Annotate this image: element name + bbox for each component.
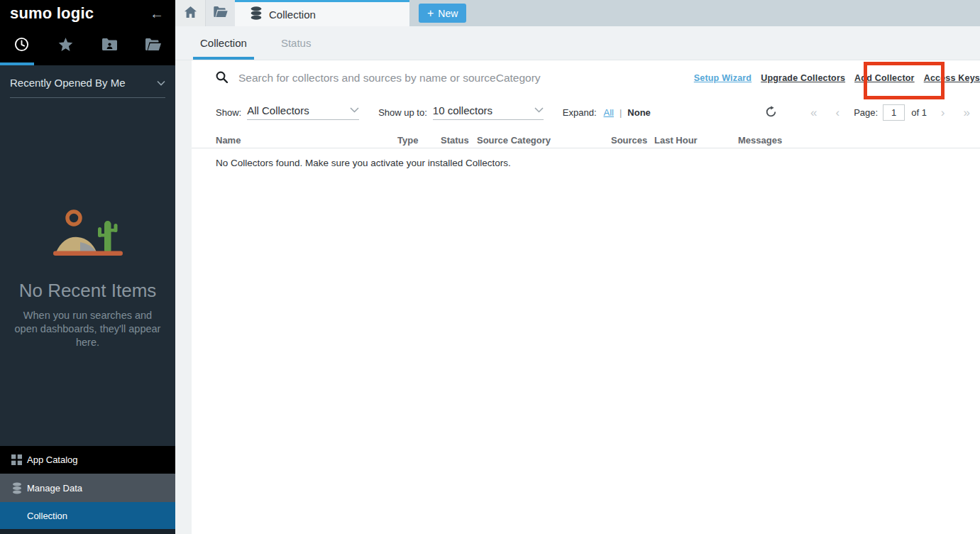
column-header-sources[interactable]: Sources xyxy=(611,135,654,146)
app-grid-icon xyxy=(11,454,27,465)
sumo-logic-logo: sumo logic xyxy=(10,4,94,23)
show-filter-label: Show: xyxy=(216,107,241,118)
page-tabs: Collection Status xyxy=(175,26,980,60)
prev-page-button[interactable]: ‹ xyxy=(836,107,840,119)
chevron-down-icon xyxy=(157,76,165,89)
recent-items-tab[interactable] xyxy=(0,26,44,65)
sidebar-item-collection[interactable]: Collection xyxy=(0,502,175,529)
chevron-down-icon xyxy=(534,104,544,115)
sidebar-item-manage-data[interactable]: Manage Data xyxy=(0,474,175,502)
new-button[interactable]: + New xyxy=(419,4,466,23)
sidebar-item-label: Manage Data xyxy=(27,483,82,494)
column-header-name[interactable]: Name xyxy=(216,135,397,146)
upgrade-collectors-link[interactable]: Upgrade Collectors xyxy=(761,73,845,83)
column-header-messages[interactable]: Messages xyxy=(738,135,980,146)
filter-row: Show: All Collectors Show up to: 10 coll… xyxy=(192,100,980,124)
window-tab-label: Collection xyxy=(269,9,316,21)
show-up-to-dropdown[interactable]: 10 collectors xyxy=(433,104,544,120)
shared-content-tab[interactable] xyxy=(88,26,132,65)
home-icon xyxy=(185,6,197,21)
page-label: Page: xyxy=(854,107,878,118)
home-tab-button[interactable] xyxy=(175,0,205,26)
show-up-to-label: Show up to: xyxy=(378,107,427,118)
content-gutter xyxy=(175,60,192,534)
recent-scope-label: Recently Opened By Me xyxy=(10,77,126,89)
folder-person-icon xyxy=(102,38,117,53)
sidebar-item-app-catalog[interactable]: App Catalog xyxy=(0,446,175,474)
sidebar-header: sumo logic ← xyxy=(0,0,175,26)
column-header-source-category[interactable]: Source Category xyxy=(477,135,611,146)
collapse-sidebar-button[interactable]: ← xyxy=(150,6,164,21)
show-filter-dropdown[interactable]: All Collectors xyxy=(247,104,359,120)
clock-icon xyxy=(14,37,29,55)
refresh-button[interactable] xyxy=(766,106,776,119)
column-header-status[interactable]: Status xyxy=(441,135,477,146)
top-tab-strip: Collection + New xyxy=(175,0,980,26)
access-keys-link[interactable]: Access Keys xyxy=(924,73,980,83)
search-input[interactable] xyxy=(238,72,686,85)
chevron-down-icon xyxy=(350,104,359,115)
add-collector-link[interactable]: Add Collector xyxy=(854,73,915,83)
next-page-button[interactable]: › xyxy=(941,107,945,119)
sidebar-item-label: App Catalog xyxy=(27,454,78,465)
no-recent-items-caption: When you run searches and open dashboard… xyxy=(14,309,162,349)
favorites-tab[interactable] xyxy=(44,26,88,65)
last-page-button[interactable]: » xyxy=(964,107,970,119)
database-icon xyxy=(11,482,27,494)
sidebar-item-label: Collection xyxy=(27,511,67,521)
new-button-label: New xyxy=(438,8,458,19)
show-up-to-value: 10 collectors xyxy=(433,104,492,116)
sidebar-icon-tabs xyxy=(0,26,175,65)
column-header-type[interactable]: Type xyxy=(397,135,441,146)
expand-all-link[interactable]: All xyxy=(604,107,614,118)
collection-icon xyxy=(250,6,263,22)
refresh-icon xyxy=(766,106,776,119)
sidebar-bottom-menu: App Catalog Manage Data Collection xyxy=(0,446,175,534)
setup-wizard-link[interactable]: Setup Wizard xyxy=(694,73,751,83)
page-total: of 1 xyxy=(911,107,927,118)
collectors-table-header: Name Type Status Source Category Sources… xyxy=(192,132,980,148)
desert-illustration xyxy=(45,250,131,262)
search-icon xyxy=(216,71,228,86)
active-tab-indicator xyxy=(0,62,34,65)
star-icon xyxy=(58,38,73,55)
search-row: Setup Wizard Upgrade Collectors Add Coll… xyxy=(192,60,980,96)
library-tab-button[interactable] xyxy=(205,0,235,26)
open-folder-icon xyxy=(214,6,228,20)
sumo-logic-app: sumo logic ← xyxy=(0,0,980,534)
sidebar: sumo logic ← xyxy=(0,0,175,534)
sidebar-empty-state: No Recent Items When you run searches an… xyxy=(0,207,175,349)
empty-collectors-message: No Collectors found. Make sure you activ… xyxy=(192,158,980,168)
first-page-button[interactable]: « xyxy=(810,107,817,119)
page-number-input[interactable] xyxy=(883,104,905,121)
expand-none-link[interactable]: None xyxy=(627,107,651,118)
tab-status[interactable]: Status xyxy=(275,26,317,60)
sidebar-menu-footer xyxy=(0,529,175,534)
collection-window-tab[interactable]: Collection xyxy=(235,0,409,26)
plus-icon: + xyxy=(427,8,434,19)
expand-label: Expand: xyxy=(563,107,597,118)
no-recent-items-title: No Recent Items xyxy=(0,280,175,302)
column-header-last-hour[interactable]: Last Hour xyxy=(654,135,738,146)
library-tab[interactable] xyxy=(131,26,175,65)
tab-collection[interactable]: Collection xyxy=(193,26,254,60)
show-filter-value: All Collectors xyxy=(247,104,309,116)
collector-action-links: Setup Wizard Upgrade Collectors Add Coll… xyxy=(694,73,980,83)
expand-divider: | xyxy=(620,107,622,118)
open-folder-icon xyxy=(145,38,161,53)
collection-page: Setup Wizard Upgrade Collectors Add Coll… xyxy=(192,60,980,534)
recent-scope-dropdown[interactable]: Recently Opened By Me xyxy=(10,76,165,98)
